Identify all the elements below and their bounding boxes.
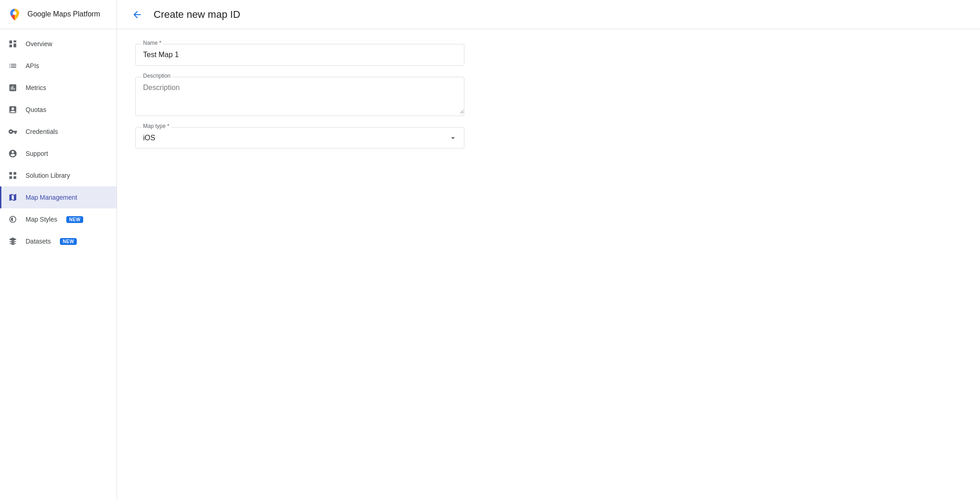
sidebar-item-support[interactable]: Support <box>0 143 117 165</box>
map-management-icon <box>7 192 18 203</box>
description-field-wrapper: Description <box>135 77 464 116</box>
sidebar-item-map-management[interactable]: Map Management <box>0 186 117 208</box>
sidebar-item-map-styles-label: Map Styles <box>26 216 57 223</box>
sidebar-item-apis-label: APIs <box>26 62 39 69</box>
name-field: Name * <box>135 44 464 66</box>
sidebar-item-quotas-label: Quotas <box>26 106 46 113</box>
svg-point-0 <box>13 11 16 15</box>
sidebar-nav: Overview APIs Metrics Quotas <box>0 29 117 499</box>
svg-rect-3 <box>10 176 12 179</box>
sidebar-title: Google Maps Platform <box>27 10 100 19</box>
map-type-field: Map type * JavaScript Android iOS <box>135 127 464 149</box>
credentials-icon <box>7 126 18 137</box>
name-label: Name * <box>141 40 163 46</box>
sidebar-item-datasets[interactable]: Datasets NEW <box>0 230 117 252</box>
apis-icon <box>7 60 18 71</box>
sidebar-item-credentials-label: Credentials <box>26 128 58 135</box>
name-field-wrapper: Name * <box>135 44 464 66</box>
google-maps-logo <box>7 7 22 22</box>
map-type-label: Map type * <box>141 123 171 129</box>
sidebar-item-support-label: Support <box>26 150 48 157</box>
back-arrow-icon <box>132 9 143 20</box>
description-label: Description <box>141 73 172 79</box>
svg-rect-1 <box>10 172 12 175</box>
overview-icon <box>7 38 18 49</box>
sidebar-item-credentials[interactable]: Credentials <box>0 121 117 143</box>
sidebar-item-apis[interactable]: APIs <box>0 55 117 77</box>
map-styles-icon <box>7 214 18 225</box>
map-styles-new-badge: NEW <box>66 216 83 223</box>
sidebar-item-map-management-label: Map Management <box>26 194 77 201</box>
description-input[interactable] <box>136 77 464 114</box>
svg-rect-2 <box>14 172 16 175</box>
page-title: Create new map ID <box>154 9 240 21</box>
main-content: Create new map ID Name * Description Map… <box>117 0 980 499</box>
solution-library-icon <box>7 170 18 181</box>
sidebar: Google Maps Platform Overview APIs Metri… <box>0 0 117 499</box>
sidebar-item-map-styles[interactable]: Map Styles NEW <box>0 208 117 230</box>
datasets-icon <box>7 236 18 247</box>
name-input[interactable] <box>136 44 464 65</box>
main-header: Create new map ID <box>117 0 980 29</box>
description-field: Description <box>135 77 464 116</box>
sidebar-item-datasets-label: Datasets <box>26 238 51 245</box>
sidebar-header: Google Maps Platform <box>0 0 117 29</box>
sidebar-item-metrics[interactable]: Metrics <box>0 77 117 99</box>
back-button[interactable] <box>128 5 146 24</box>
sidebar-item-overview-label: Overview <box>26 40 52 48</box>
sidebar-item-overview[interactable]: Overview <box>0 33 117 55</box>
sidebar-item-solution-library-label: Solution Library <box>26 172 70 179</box>
form-body: Name * Description Map type * JavaScript… <box>117 29 483 163</box>
support-icon <box>7 148 18 159</box>
sidebar-item-quotas[interactable]: Quotas <box>0 99 117 121</box>
sidebar-item-solution-library[interactable]: Solution Library <box>0 165 117 186</box>
sidebar-item-metrics-label: Metrics <box>26 84 46 91</box>
datasets-new-badge: NEW <box>60 238 77 245</box>
svg-rect-4 <box>14 176 16 179</box>
quotas-icon <box>7 104 18 115</box>
map-type-select[interactable]: JavaScript Android iOS <box>136 127 464 148</box>
map-type-field-wrapper: Map type * JavaScript Android iOS <box>135 127 464 149</box>
metrics-icon <box>7 82 18 93</box>
